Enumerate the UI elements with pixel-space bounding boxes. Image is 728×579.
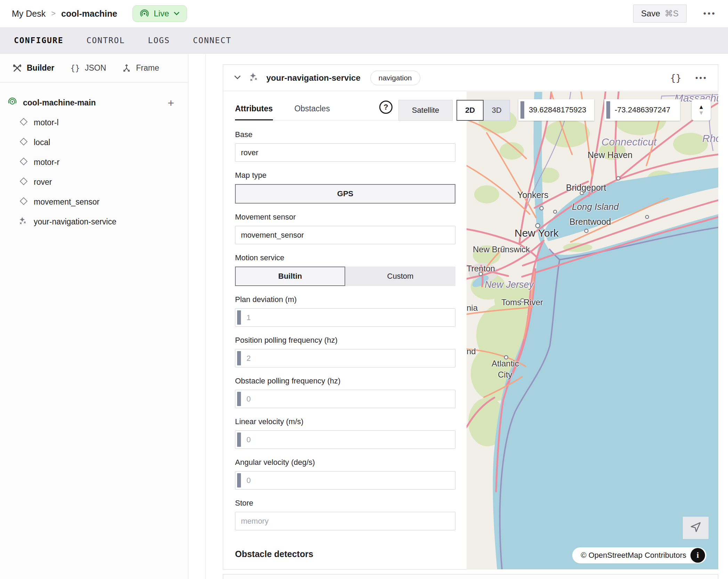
tree-item-label: motor-l — [34, 118, 59, 127]
latitude-input[interactable]: 39.62848175923 — [518, 99, 594, 121]
content-divider — [205, 54, 206, 579]
plan-deviation-value: 1 — [246, 313, 251, 322]
config-sidebar: Builder {} JSON Frame — [0, 54, 188, 579]
tree-item-movement-sensor[interactable]: movement_sensor — [0, 192, 188, 212]
number-drag-handle[interactable] — [237, 433, 241, 447]
machine-part-tree: cool-machine-main + motor-l local moto — [0, 82, 188, 232]
step-down-icon[interactable]: ▼ — [698, 110, 704, 116]
collapse-chevron-icon[interactable] — [234, 75, 241, 81]
navigation-map[interactable]: MassachuRhodConnecticutNew HavenBridgepo… — [467, 92, 718, 570]
field-base: Base rover — [235, 130, 455, 162]
add-component-button[interactable]: + — [168, 97, 174, 109]
obstacle-polling-input[interactable]: 0 — [235, 390, 455, 408]
tree-item-cool-machine-main[interactable]: cool-machine-main + — [0, 93, 188, 113]
breadcrumb-my-desk[interactable]: My Desk — [12, 9, 46, 19]
latitude-value: 39.62848175923 — [529, 105, 586, 114]
base-input[interactable]: rover — [235, 143, 455, 162]
plan-deviation-input[interactable]: 1 — [235, 308, 455, 327]
tab-control[interactable]: CONTROL — [87, 36, 125, 45]
field-obstacle-polling: Obstacle polling frequency (hz) 0 — [235, 376, 455, 408]
number-drag-handle[interactable] — [237, 473, 241, 487]
field-label: Plan deviation (m) — [235, 295, 455, 304]
next-card-sliver[interactable] — [223, 574, 718, 579]
breadcrumb: My Desk > cool-machine — [12, 9, 117, 19]
field-label: Motion service — [235, 253, 455, 262]
help-button[interactable]: ? — [379, 101, 393, 114]
frame-axes-icon — [122, 64, 131, 73]
component-diamond-icon — [19, 137, 28, 148]
live-status-dropdown[interactable]: Live — [132, 5, 187, 22]
view-json[interactable]: {} JSON — [70, 63, 106, 73]
satellite-toggle-button[interactable]: Satellite — [398, 100, 453, 121]
save-button[interactable]: Save ⌘S — [633, 5, 687, 23]
tree-item-label: your-navigation-service — [34, 217, 116, 227]
number-drag-handle[interactable] — [606, 101, 610, 119]
field-label: Movement sensor — [235, 213, 455, 222]
field-position-polling: Position polling frequency (hz) 2 — [235, 336, 455, 367]
tab-logs[interactable]: LOGS — [148, 36, 170, 45]
tab-configure[interactable]: CONFIGURE — [14, 36, 64, 45]
tab-obstacles[interactable]: Obstacles — [294, 104, 330, 120]
map-2d-button[interactable]: 2D — [456, 100, 484, 121]
obstacle-polling-value: 0 — [246, 395, 251, 404]
tree-item-label: movement_sensor — [34, 197, 99, 207]
zoom-stepper[interactable]: ▲ ▼ — [691, 99, 711, 121]
view-json-label: JSON — [85, 63, 106, 73]
base-value: rover — [241, 148, 258, 157]
service-sparkle-icon — [18, 216, 28, 228]
tools-icon — [13, 63, 22, 73]
tree-item-rover[interactable]: rover — [0, 172, 188, 192]
tab-attributes[interactable]: Attributes — [235, 104, 273, 120]
angular-velocity-input[interactable]: 0 — [235, 471, 455, 490]
number-drag-handle[interactable] — [520, 101, 524, 119]
locate-button[interactable] — [683, 517, 709, 539]
number-drag-handle[interactable] — [237, 310, 241, 325]
map-type-gps-button[interactable]: GPS — [235, 184, 455, 204]
broadcast-icon — [140, 9, 149, 18]
save-shortcut: ⌘S — [665, 9, 679, 18]
card-menu-icon[interactable]: ••• — [695, 73, 707, 82]
more-options-icon[interactable]: ••• — [703, 9, 716, 18]
number-drag-handle[interactable] — [237, 392, 241, 406]
map-canvas[interactable] — [467, 92, 718, 570]
view-frame-label: Frame — [136, 63, 159, 73]
field-linear-velocity: Linear velocity (m/s) 0 — [235, 417, 455, 449]
field-movement-sensor: Movement sensor movement_sensor — [235, 213, 455, 244]
info-icon[interactable]: i — [690, 548, 705, 563]
movement-sensor-input[interactable]: movement_sensor — [235, 226, 455, 244]
tree-item-motor-r[interactable]: motor-r — [0, 152, 188, 172]
chevron-down-icon — [173, 11, 180, 16]
live-label: Live — [154, 9, 169, 18]
tab-connect[interactable]: CONNECT — [193, 36, 232, 45]
page-tabbar: CONFIGURE CONTROL LOGS CONNECT — [0, 27, 728, 54]
tree-item-your-navigation-service[interactable]: your-navigation-service — [0, 212, 188, 232]
position-polling-input[interactable]: 2 — [235, 349, 455, 367]
field-label: Map type — [235, 171, 455, 180]
position-polling-value: 2 — [246, 354, 251, 363]
braces-icon: {} — [70, 64, 80, 73]
angular-velocity-value: 0 — [246, 476, 251, 485]
map-3d-button[interactable]: 3D — [484, 100, 510, 121]
attribution-text[interactable]: © OpenStreetMap Contributors — [581, 551, 686, 560]
view-frame[interactable]: Frame — [122, 63, 159, 73]
service-card-header: your-navigation-service navigation {} ••… — [223, 65, 718, 91]
motion-custom-button[interactable]: Custom — [345, 267, 455, 286]
top-header: My Desk > cool-machine Live Save ⌘S ••• — [0, 0, 728, 27]
breadcrumb-separator-icon: > — [51, 9, 56, 18]
tree-item-motor-l[interactable]: motor-l — [0, 113, 188, 133]
field-map-type: Map type GPS — [235, 171, 455, 204]
field-label: Store — [235, 499, 455, 508]
longitude-input[interactable]: -73.2486397247 — [604, 99, 680, 121]
step-up-icon[interactable]: ▲ — [698, 104, 704, 110]
field-motion-service: Motion service Builtin Custom — [235, 253, 455, 286]
tree-item-local[interactable]: local — [0, 133, 188, 152]
field-label: Base — [235, 130, 455, 139]
number-drag-handle[interactable] — [237, 351, 241, 365]
motion-builtin-button[interactable]: Builtin — [235, 267, 345, 286]
edit-json-icon[interactable]: {} — [670, 72, 681, 83]
view-builder[interactable]: Builder — [13, 63, 54, 73]
breadcrumb-machine-name: cool-machine — [61, 9, 117, 19]
linear-velocity-input[interactable]: 0 — [235, 430, 455, 449]
field-plan-deviation: Plan deviation (m) 1 — [235, 295, 455, 327]
store-input[interactable]: memory — [235, 512, 455, 530]
